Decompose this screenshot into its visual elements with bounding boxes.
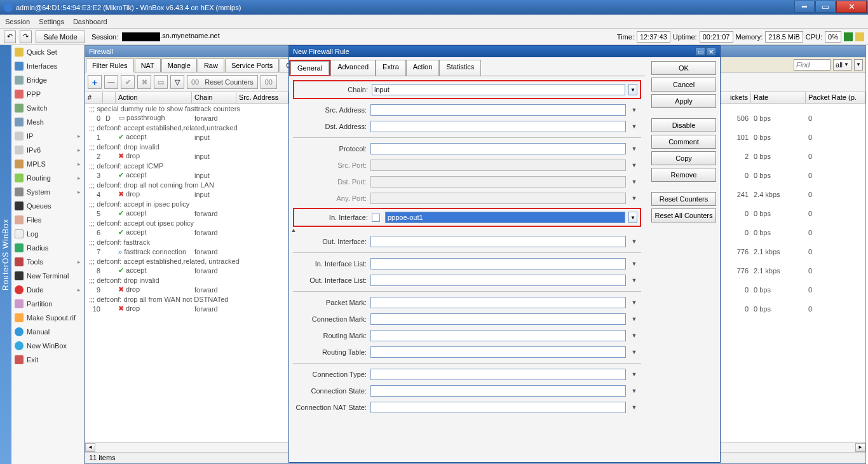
table-row[interactable]: ;;; defconf: drop all not coming from LA… <box>85 180 288 189</box>
table-row[interactable]: ;;; defconf: fasttrack <box>85 237 288 247</box>
sidebar-item-queues[interactable]: Queues <box>11 199 84 213</box>
table-row[interactable]: 7» fasttrack connectionforward <box>85 247 288 256</box>
routing-table-input[interactable] <box>370 346 626 358</box>
table-row[interactable]: ;;; defconf: accept established,related,… <box>85 256 288 266</box>
copy-button[interactable]: Copy <box>651 151 716 165</box>
add-button[interactable]: + <box>88 75 102 89</box>
chain-input[interactable]: input <box>372 84 625 95</box>
expand-icon[interactable]: ▼ <box>630 388 639 394</box>
sidebar-item-log[interactable]: Log <box>11 227 84 241</box>
dialog-close[interactable]: ✕ <box>706 47 716 56</box>
remove-button[interactable]: — <box>104 75 118 89</box>
sidebar-item-new-terminal[interactable]: New Terminal <box>11 269 84 283</box>
conn-mark-input[interactable] <box>370 313 626 325</box>
table-row[interactable]: 00 bps0 <box>719 208 865 218</box>
expand-icon[interactable]: ▼ <box>630 404 639 411</box>
in-interface-dropdown[interactable]: ▼ <box>628 212 637 223</box>
comment-button[interactable]: Comment <box>651 135 716 149</box>
table-row[interactable]: 7762.1 kbps0 <box>719 247 865 256</box>
ok-button[interactable]: OK <box>651 61 716 75</box>
out-interface-input[interactable] <box>370 236 626 247</box>
maximize-button[interactable]: ▭ <box>815 1 836 13</box>
table-row[interactable]: 2412.4 kbps0 <box>719 189 865 199</box>
sidebar-item-quick-set[interactable]: Quick Set <box>11 45 84 59</box>
src-address-input[interactable] <box>370 104 626 116</box>
sidebar-item-mpls[interactable]: MPLS▸ <box>11 157 84 171</box>
enable-button[interactable]: ✔ <box>121 75 135 89</box>
expand-icon[interactable]: ▼ <box>630 316 639 322</box>
menu-session[interactable]: Session <box>5 18 30 25</box>
cancel-button[interactable]: Cancel <box>651 78 716 92</box>
table-row[interactable]: ;;; defconf: accept ICMP <box>85 161 288 170</box>
table-row[interactable]: 00 bps0 <box>719 228 865 237</box>
filter-dropdown-extra[interactable]: ▼ <box>854 59 863 71</box>
table-row[interactable]: ;;; defconf: accept established,related,… <box>85 123 288 132</box>
chain-dropdown[interactable]: ▼ <box>628 84 637 95</box>
sidebar-item-new-winbox[interactable]: New WinBox <box>11 339 84 353</box>
sidebar-item-ip[interactable]: IP▸ <box>11 129 84 143</box>
out-iface-list-input[interactable] <box>370 275 626 286</box>
table-row[interactable]: 00 bps0 <box>719 304 865 313</box>
sidebar-item-switch[interactable]: Switch <box>11 101 84 115</box>
expand-icon[interactable]: ▼ <box>630 277 639 283</box>
expand-icon[interactable]: ▼ <box>630 238 639 245</box>
sidebar-item-radius[interactable]: Radius <box>11 241 84 255</box>
dlg-tab-advanced[interactable]: Advanced <box>330 60 376 76</box>
table-row[interactable]: 2✖ dropinput <box>85 151 288 161</box>
dlg-tab-action[interactable]: Action <box>406 60 440 76</box>
collapse-icon[interactable]: ▲ <box>289 227 298 233</box>
table-row[interactable]: 5✔ acceptforward <box>85 208 288 218</box>
table-row[interactable]: ;;; defconf: drop invalid <box>85 275 288 285</box>
table-row[interactable]: 7762.1 kbps0 <box>719 266 865 275</box>
disable-button[interactable]: ✖ <box>137 75 151 89</box>
dlg-tab-extra[interactable]: Extra <box>376 60 406 76</box>
conn-nat-state-input[interactable] <box>370 402 626 413</box>
comment-button[interactable]: ▭ <box>154 75 168 89</box>
disable-button[interactable]: Disable <box>651 118 716 132</box>
table-row[interactable]: ;;; defconf: accept out ipsec policy <box>85 218 288 228</box>
expand-icon[interactable]: ▼ <box>630 332 639 339</box>
table-row[interactable]: ;;; defconf: drop all from WAN not DSTNA… <box>85 294 288 304</box>
tab-raw[interactable]: Raw <box>198 58 224 72</box>
table-row[interactable]: 5060 bps0 <box>719 113 865 123</box>
sidebar-item-partition[interactable]: Partition <box>11 297 84 311</box>
expand-icon[interactable]: ▼ <box>630 349 639 355</box>
sidebar-item-dude[interactable]: Dude▸ <box>11 283 84 297</box>
dlg-tab-general[interactable]: General <box>290 61 329 75</box>
undo-button[interactable]: ↶ <box>4 31 16 43</box>
tab-nat[interactable]: NAT <box>135 58 161 72</box>
expand-icon[interactable]: ▼ <box>630 299 639 306</box>
filter-all-select[interactable]: all▼ <box>833 59 851 71</box>
reset-all-counters-button[interactable]: Reset All Counters <box>651 208 716 222</box>
expand-icon[interactable]: ▼ <box>630 371 639 378</box>
close-button[interactable]: ✕ <box>836 1 867 13</box>
minimize-button[interactable]: ━ <box>794 1 815 13</box>
table-row[interactable]: 9✖ dropforward <box>85 285 288 294</box>
table-row[interactable]: 00 bps0 <box>719 170 865 180</box>
reset-all-counters-button[interactable]: 00 <box>261 75 277 89</box>
remove-button[interactable]: Remove <box>651 168 716 182</box>
menu-settings[interactable]: Settings <box>39 18 64 25</box>
table-row[interactable]: 0D▭ passthroughforward <box>85 113 288 123</box>
table-row[interactable]: 10✖ dropforward <box>85 304 288 313</box>
filter-button[interactable]: ▽ <box>170 75 184 89</box>
expand-icon[interactable]: ▼ <box>630 146 639 152</box>
apply-button[interactable]: Apply <box>651 94 716 108</box>
dlg-tab-statistics[interactable]: Statistics <box>439 60 481 76</box>
sidebar-item-bridge[interactable]: Bridge <box>11 73 84 87</box>
in-iface-list-input[interactable] <box>370 258 626 270</box>
table-row[interactable]: 4✖ dropinput <box>85 189 288 199</box>
expand-icon[interactable]: ▼ <box>630 107 639 113</box>
reset-counters-button[interactable]: Reset Counters <box>651 192 716 206</box>
expand-icon[interactable]: ▼ <box>630 261 639 267</box>
table-row[interactable]: ;;; special dummy rule to show fasttrack… <box>85 104 288 113</box>
table-row[interactable]: 20 bps0 <box>719 151 865 161</box>
table-row[interactable]: ;;; defconf: accept in ipsec policy <box>85 199 288 208</box>
redo-button[interactable]: ↷ <box>20 31 32 43</box>
table-row[interactable]: 3✔ acceptinput <box>85 170 288 180</box>
sidebar-item-ppp[interactable]: PPP <box>11 87 84 101</box>
in-interface-input[interactable]: pppoe-out1 <box>385 212 625 223</box>
table-row[interactable]: 1010 bps0 <box>719 132 865 142</box>
in-interface-neg-checkbox[interactable] <box>372 214 380 222</box>
sidebar-item-mesh[interactable]: Mesh <box>11 115 84 129</box>
